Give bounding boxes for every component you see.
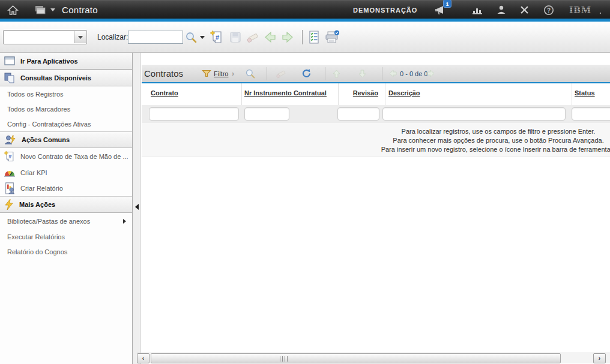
announcements-icon[interactable]: 1 [435,1,447,19]
scroll-left-button[interactable]: ‹ [137,353,149,363]
sidebar-section-acoes-comuns[interactable]: Ações Comuns [0,131,132,148]
main-content: Contratos Filtro › [140,53,610,364]
column-divider [385,83,385,105]
search-icon[interactable] [183,29,199,46]
print-icon[interactable] [324,29,340,46]
filter-input-revisao[interactable] [337,107,379,121]
record-range-label: 0 - 0 de 0 [400,65,427,82]
localizar-input[interactable] [128,31,183,44]
scroll-right-button[interactable]: › [593,353,606,363]
horizontal-scrollbar[interactable]: ‹ › [137,353,610,363]
svg-text:?: ? [547,7,551,14]
filter-input-descricao[interactable] [382,107,566,121]
queries-icon [4,72,16,84]
sidebar-section-ir-para-aplicativos[interactable]: Ir Para Aplicativos [0,53,132,70]
filter-funnel-icon [202,70,211,77]
svg-text:#: # [8,154,11,160]
table-toolbar-separator [325,67,325,80]
column-header-revisao[interactable]: Revisão [338,89,378,97]
notification-badge: 1 [443,0,451,8]
table-toolbar: Contratos Filtro › [142,65,610,83]
empty-table-hints: Para localizar registros, use os campos … [142,123,610,157]
sidebar-navigation: Ir Para Aplicativos Consultas Disponívei… [0,53,133,364]
home-icon[interactable] [7,1,19,19]
chart-icon[interactable] [472,1,483,19]
refresh-icon[interactable] [301,65,312,82]
application-window-icon [4,56,16,67]
queries-list: Todos os Registros Todos os Marcadores C… [0,86,132,131]
navigation-combobox[interactable] [3,30,87,44]
application-window: Contrato DEMONSTRAÇÃO 1 [0,0,610,364]
save-icon[interactable] [228,29,243,46]
filter-input-contrato[interactable] [149,107,239,121]
previous-page-icon[interactable] [388,65,397,82]
lightning-icon [4,198,14,210]
advanced-search-icon[interactable] [245,65,256,82]
sidebar-section-consultas-disponiveis[interactable]: Consultas Disponíveis [0,70,132,86]
scrollbar-thumb[interactable] [151,353,561,363]
app-switcher-caret-icon [50,8,55,11]
ibm-logo: IBM [569,1,603,19]
scrollbar-grip-icon [280,356,288,362]
column-divider [572,83,572,105]
move-up-icon[interactable] [332,65,341,82]
clear-icon[interactable] [245,29,261,46]
help-icon[interactable]: ? [543,1,554,19]
submenu-arrow-icon[interactable] [123,219,126,224]
column-header-status[interactable]: Status [575,89,595,97]
sidebar-item-config-contratacoes-ativas[interactable]: Config - Contratações Ativas [0,116,132,131]
filter-toggle[interactable]: Filtro [202,65,228,82]
hint-line: Para inserir um novo registro, selecione… [142,145,610,154]
sidebar-section-mais-acoes[interactable]: Mais Ações [0,196,132,213]
common-actions-icon [4,134,17,146]
top-navigation-bar: Contrato DEMONSTRAÇÃO 1 [0,0,610,19]
sidebar-item-criar-kpi[interactable]: Criar KPI [0,165,132,181]
column-header-nr-instrumento-contratual[interactable]: Nr Instrumento Contratual [244,89,327,97]
sidebar-item-todos-os-registros[interactable]: Todos os Registros [0,86,132,101]
combobox-caret-icon[interactable] [74,31,86,43]
next-record-icon[interactable] [280,29,295,46]
reports-icon[interactable] [306,29,322,46]
localizar-label: Localizar: [97,30,128,44]
new-record-icon: # [4,150,16,163]
svg-text:#: # [216,34,219,41]
application-toolbar: Localizar: # [0,22,610,53]
table-title: Contratos [144,68,183,79]
column-header-descricao[interactable]: Descrição [388,89,420,97]
close-icon[interactable] [519,1,530,19]
svg-text:IBM: IBM [569,4,591,16]
create-report-icon [4,182,16,195]
more-actions-list: Biblioteca/Pastas de anexos Executar Rel… [0,213,132,259]
table-filter-row [142,105,610,123]
app-switcher-icon[interactable] [34,1,55,19]
column-divider [241,83,242,105]
contracts-table: Contratos Filtro › [142,65,610,157]
new-record-icon[interactable]: # [209,29,225,46]
page-title: Contrato [62,1,98,19]
sidebar-item-executar-relatorios[interactable]: Executar Relatórios [0,229,132,244]
toolbar-separator [302,30,303,44]
filter-input-nr-instrumento[interactable] [244,107,289,121]
table-toolbar-separator [267,67,267,80]
clear-filter-icon[interactable] [275,65,287,82]
common-actions-list: # Novo Contrato de Taxa de Mão de ... Cr… [0,148,132,196]
table-toolbar-separator [382,67,382,80]
person-icon[interactable] [496,1,507,19]
table-header-row: Contrato Nr Instrumento Contratual Revis… [142,83,610,105]
environment-label: DEMONSTRAÇÃO [353,1,417,19]
sidebar-item-biblioteca-pastas-anexos[interactable]: Biblioteca/Pastas de anexos [0,213,132,229]
move-down-icon[interactable] [358,65,367,82]
search-options-caret-icon[interactable] [198,29,207,46]
sidebar-splitter[interactable] [133,53,140,364]
column-header-contrato[interactable]: Contrato [151,89,178,97]
hint-line: Para conhecer mais opções de procura, us… [142,136,610,145]
sidebar-item-todos-os-marcadores[interactable]: Todos os Marcadores [0,101,132,116]
sidebar-item-novo-contrato[interactable]: # Novo Contrato de Taxa de Mão de ... [0,148,132,165]
collapse-sidebar-icon[interactable] [135,204,139,210]
hint-line: Para localizar registros, use os campos … [142,127,610,136]
sidebar-item-criar-relatorio[interactable]: Criar Relatório [0,181,132,196]
filter-input-status[interactable] [572,107,610,121]
previous-record-icon[interactable] [262,29,278,46]
sidebar-item-relatorio-do-cognos[interactable]: Relatório do Cognos [0,244,132,259]
next-page-icon[interactable] [426,65,436,82]
